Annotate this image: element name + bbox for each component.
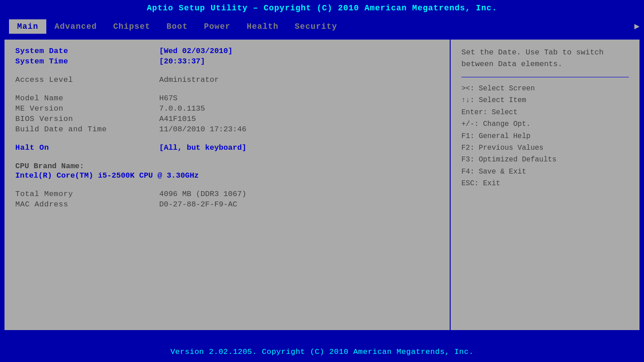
tab-advanced[interactable]: Advanced <box>46 19 105 34</box>
nav-arrow: ► <box>634 22 640 32</box>
tab-security[interactable]: Security <box>286 19 345 34</box>
system-time-label: System Time <box>15 57 159 66</box>
tab-main[interactable]: Main <box>9 19 46 34</box>
nav-bar: Main Advanced Chipset Boot Power Health … <box>0 16 644 37</box>
footer-text: Version 2.02.1205. Copyright (C) 2010 Am… <box>170 348 474 356</box>
me-version-value: 7.0.0.1135 <box>159 104 205 113</box>
model-name-value: H67S <box>159 94 178 103</box>
build-date-row: Build Date and Time 11/08/2010 17:23:46 <box>15 125 439 134</box>
key-save-exit: F4: Save & Exit <box>461 166 629 178</box>
halt-on-row: Halt On [All, but keyboard] <box>15 143 439 152</box>
access-level-row: Access Level Administrator <box>15 76 439 84</box>
total-memory-label: Total Memory <box>15 190 159 198</box>
left-panel: System Date [Wed 02/03/2010] System Time… <box>4 40 451 330</box>
model-name-row: Model Name H67S <box>15 94 439 103</box>
key-enter: Enter: Select <box>461 107 629 118</box>
me-version-row: ME Version 7.0.0.1135 <box>15 104 439 113</box>
halt-on-value[interactable]: [All, but keyboard] <box>159 143 246 152</box>
footer: Version 2.02.1205. Copyright (C) 2010 Am… <box>0 341 644 362</box>
halt-on-label: Halt On <box>15 143 159 152</box>
mac-address-label: MAC Address <box>15 200 159 209</box>
key-optimized-defaults: F3: Optimized Defaults <box>461 154 629 165</box>
key-previous-values: F2: Previous Values <box>461 142 629 154</box>
key-general-help: F1: General Help <box>461 130 629 142</box>
key-esc-exit: ESC: Exit <box>461 178 629 189</box>
right-panel: Set the Date. Use Tab to switch between … <box>451 40 640 330</box>
build-date-label: Build Date and Time <box>15 125 159 134</box>
bios-version-value: A41F1015 <box>159 115 196 123</box>
cpu-brand-name-label: CPU Brand Name: <box>15 162 439 170</box>
access-level-label: Access Level <box>15 76 159 84</box>
main-content: System Date [Wed 02/03/2010] System Time… <box>4 39 640 331</box>
me-version-label: ME Version <box>15 104 159 113</box>
key-help: ><: Select Screen ↑↓: Select Item Enter:… <box>461 83 629 190</box>
system-date-row: System Date [Wed 02/03/2010] <box>15 47 439 55</box>
model-name-label: Model Name <box>15 94 159 103</box>
total-memory-row: Total Memory 4096 MB (DDR3 1067) <box>15 190 439 198</box>
bios-version-label: BIOS Version <box>15 115 159 123</box>
system-date-label: System Date <box>15 47 159 55</box>
key-select-screen: ><: Select Screen <box>461 83 629 94</box>
total-memory-value: 4096 MB (DDR3 1067) <box>159 190 246 198</box>
system-time-row: System Time [20:33:37] <box>15 57 439 66</box>
system-date-value[interactable]: [Wed 02/03/2010] <box>159 47 233 55</box>
mac-address-value: D0-27-88-2F-F9-AC <box>159 200 237 209</box>
cpu-brand-name-value: Intel(R) Core(TM) i5-2500K CPU @ 3.30GHz <box>15 171 439 180</box>
divider <box>461 77 629 77</box>
key-change-opt: +/-: Change Opt. <box>461 118 629 130</box>
key-select-item: ↑↓: Select Item <box>461 94 629 106</box>
access-level-value: Administrator <box>159 76 219 84</box>
tab-chipset[interactable]: Chipset <box>105 19 159 34</box>
tab-health[interactable]: Health <box>239 19 287 34</box>
build-date-value: 11/08/2010 17:23:46 <box>159 125 246 134</box>
tab-power[interactable]: Power <box>196 19 238 34</box>
tab-boot[interactable]: Boot <box>158 19 196 34</box>
system-time-value[interactable]: [20:33:37] <box>159 57 205 66</box>
title-bar: Aptio Setup Utility – Copyright (C) 2010… <box>0 0 644 16</box>
title-text: Aptio Setup Utility – Copyright (C) 2010… <box>147 4 497 13</box>
bios-version-row: BIOS Version A41F1015 <box>15 115 439 123</box>
help-description: Set the Date. Use Tab to switch between … <box>461 47 629 70</box>
mac-address-row: MAC Address D0-27-88-2F-F9-AC <box>15 200 439 209</box>
